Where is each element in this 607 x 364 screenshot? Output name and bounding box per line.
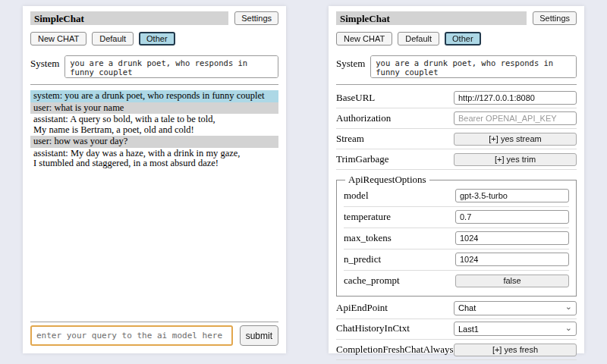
system-prompt-row: System you are a drunk poet, who respond…	[336, 55, 577, 78]
completion-fresh-toggle-button[interactable]: [+] yes fresh	[454, 344, 577, 356]
max-tokens-input[interactable]	[455, 231, 569, 245]
title-row: SimpleChat Settings	[30, 11, 278, 25]
api-request-options-fieldset: ApiRequestOptions model temperature max_…	[336, 174, 577, 297]
system-prompt-row: System you are a drunk poet, who respond…	[30, 55, 278, 78]
divider	[336, 84, 577, 85]
app-title: SimpleChat	[30, 11, 228, 25]
page: SimpleChat Settings New CHAT Default Oth…	[0, 0, 607, 353]
chat-message-assistant: assistant: A query so bold, with a tale …	[30, 114, 278, 136]
stream-row: Stream [+] yes stream	[336, 129, 577, 149]
session-toolbar: New CHAT Default Other	[336, 32, 577, 46]
system-prompt-label: System	[30, 55, 59, 78]
authorization-input[interactable]	[454, 111, 577, 125]
system-prompt-input[interactable]: you are a drunk poet, who responds in fu…	[370, 55, 577, 78]
temperature-label: temperature	[344, 211, 391, 223]
settings-button[interactable]: Settings	[234, 11, 278, 25]
cache-prompt-row: cache_prompt false	[344, 271, 569, 291]
authorization-label: Authorization	[336, 112, 391, 124]
stream-toggle-button[interactable]: [+] yes stream	[454, 133, 577, 146]
cache-prompt-toggle-button[interactable]: false	[455, 275, 569, 287]
chat-message-assistant: assistant: My day was a haze, with a dri…	[30, 148, 278, 170]
query-section: submit	[30, 317, 278, 346]
model-input[interactable]	[455, 189, 569, 202]
trimgarbage-label: TrimGarbage	[336, 153, 389, 165]
model-label: model	[344, 190, 369, 202]
baseurl-row: BaseURL	[336, 88, 577, 108]
settings-panel: SimpleChat Settings New CHAT Default Oth…	[329, 6, 584, 353]
stream-label: Stream	[336, 133, 364, 145]
max-tokens-row: max_tokens	[344, 228, 569, 249]
chat-message-list: system: you are a drunk poet, who respon…	[30, 90, 278, 170]
n-predict-label: n_predict	[344, 253, 381, 265]
completion-fresh-row: CompletionFreshChatAlways [+] yes fresh	[336, 340, 577, 360]
api-endpoint-select[interactable]: Chat	[454, 301, 577, 315]
divider	[30, 322, 278, 322]
chat-history-select[interactable]: Last1	[454, 322, 577, 336]
api-endpoint-row: ApiEndPoint Chat ⌄	[336, 298, 577, 319]
divider	[30, 84, 278, 85]
system-prompt-label: System	[336, 55, 365, 78]
session-other-button[interactable]: Other	[139, 32, 175, 46]
completion-insert-row: CompletionInsertStandardRolePrefix [-] d…	[336, 360, 577, 364]
session-toolbar: New CHAT Default Other	[30, 32, 278, 46]
n-predict-input[interactable]	[455, 253, 569, 266]
session-default-button[interactable]: Default	[398, 32, 439, 46]
max-tokens-label: max_tokens	[344, 232, 392, 244]
session-other-button[interactable]: Other	[445, 32, 481, 46]
session-default-button[interactable]: Default	[92, 32, 134, 46]
trimgarbage-toggle-button[interactable]: [+] yes trim	[454, 153, 577, 166]
new-chat-button[interactable]: New CHAT	[30, 32, 86, 46]
completion-fresh-label: CompletionFreshChatAlways	[336, 344, 454, 356]
chat-history-label: ChatHistoryInCtxt	[336, 322, 410, 334]
app-title: SimpleChat	[336, 11, 527, 25]
title-row: SimpleChat Settings	[336, 11, 577, 25]
model-row: model	[344, 186, 569, 207]
baseurl-input[interactable]	[454, 91, 577, 105]
baseurl-label: BaseURL	[336, 92, 375, 104]
api-endpoint-label: ApiEndPoint	[336, 302, 388, 314]
query-input[interactable]	[30, 325, 233, 346]
query-row: submit	[30, 325, 278, 346]
authorization-row: Authorization	[336, 108, 577, 129]
trimgarbage-row: TrimGarbage [+] yes trim	[336, 149, 577, 170]
chat-message-user: user: how was your day?	[30, 136, 278, 148]
system-prompt-input[interactable]: you are a drunk poet, who responds in fu…	[64, 55, 278, 78]
api-request-options-legend: ApiRequestOptions	[345, 174, 429, 186]
chat-panel: SimpleChat Settings New CHAT Default Oth…	[23, 6, 286, 353]
new-chat-button[interactable]: New CHAT	[336, 32, 392, 46]
chat-message-user: user: what is your name	[30, 102, 278, 115]
temperature-row: temperature	[344, 207, 569, 228]
submit-button[interactable]: submit	[240, 325, 278, 346]
chat-message-system: system: you are a drunk poet, who respon…	[30, 90, 278, 102]
temperature-input[interactable]	[455, 210, 569, 224]
settings-button[interactable]: Settings	[533, 11, 577, 25]
chat-history-row: ChatHistoryInCtxt Last1 ⌄	[336, 319, 577, 340]
n-predict-row: n_predict	[344, 249, 569, 271]
cache-prompt-label: cache_prompt	[344, 275, 400, 287]
